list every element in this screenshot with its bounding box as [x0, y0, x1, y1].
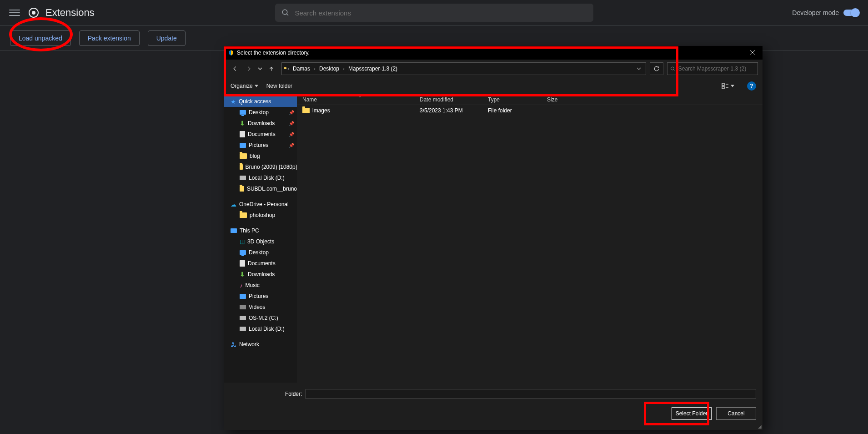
svg-rect-9 [722, 86, 724, 89]
help-button[interactable]: ? [747, 81, 756, 91]
folder-label: Folder: [285, 391, 302, 397]
view-icon [722, 83, 729, 89]
address-dropdown[interactable] [634, 66, 644, 71]
breadcrumb-segment[interactable]: Desktop [316, 63, 342, 75]
search-icon [281, 9, 290, 17]
dialog-search-input[interactable] [678, 66, 755, 72]
tree-item[interactable]: photoshop [224, 210, 297, 221]
update-button[interactable]: Update [148, 30, 186, 46]
cancel-button[interactable]: Cancel [716, 407, 756, 420]
new-folder-button[interactable]: New folder [266, 83, 292, 89]
new-folder-label: New folder [266, 83, 292, 89]
organize-label: Organize [231, 83, 253, 89]
tree-item[interactable]: OS-M.2 (C:) [224, 313, 297, 323]
chevron-down-icon [731, 84, 734, 88]
dialog-toolbar: Organize New folder ? [224, 78, 763, 94]
organize-dropdown[interactable]: Organize [231, 83, 258, 89]
column-headers: Name ⌃ Date modified Type Size [297, 94, 763, 105]
file-row[interactable]: images 3/5/2023 1:43 PM File folder [297, 105, 763, 116]
tree-item[interactable]: Documents [224, 258, 297, 269]
resize-grip-icon[interactable]: ◢ [758, 424, 762, 429]
folder-icon [302, 108, 310, 113]
svg-point-1 [32, 11, 35, 15]
breadcrumb-segment[interactable]: Mapsscraper-1.3 (2) [346, 63, 400, 75]
tree-item[interactable]: Videos [224, 302, 297, 313]
svg-point-6 [671, 67, 674, 70]
tree-item[interactable]: Documents📌 [224, 129, 297, 140]
tree-item[interactable]: Desktop [224, 247, 297, 258]
tree-item[interactable]: ◫3D Objects [224, 236, 297, 247]
search-input[interactable] [295, 9, 587, 17]
tree-item[interactable]: ⬇Downloads📌 [224, 118, 297, 129]
select-folder-button[interactable]: Select Folder [672, 407, 712, 420]
sort-asc-icon: ⌃ [358, 96, 362, 100]
svg-point-2 [282, 10, 287, 15]
tree-item[interactable]: Local Disk (D:) [224, 323, 297, 334]
close-button[interactable] [742, 46, 763, 60]
folder-input[interactable] [306, 389, 756, 399]
tree-item[interactable]: Bruno (2009) [1080p] [224, 161, 297, 172]
address-bar[interactable]: › Damas › Desktop › Mapsscraper-1.3 (2) [281, 62, 646, 75]
forward-button[interactable] [242, 62, 255, 75]
tree-item[interactable]: Pictures [224, 291, 297, 302]
tree-item[interactable]: blog [224, 151, 297, 161]
shield-icon [228, 50, 234, 56]
dialog-titlebar: Select the extension directory. [224, 46, 763, 60]
chevron-down-icon [255, 84, 258, 88]
search-extensions[interactable] [275, 4, 593, 22]
column-date[interactable]: Date modified [420, 96, 488, 103]
svg-line-3 [286, 14, 288, 15]
search-icon [670, 66, 676, 72]
svg-line-7 [673, 69, 674, 70]
breadcrumb-segment[interactable]: Damas [290, 63, 313, 75]
chevron-right-icon: › [286, 66, 290, 72]
tree-item[interactable]: Desktop📌 [224, 107, 297, 118]
dialog-footer: Folder: Select Folder Cancel ◢ [224, 384, 763, 430]
extensions-header: Extensions Developer mode [0, 0, 868, 25]
tree-item[interactable]: Local Disk (D:) [224, 172, 297, 183]
tree-item[interactable]: SUBDL.com__bruno [224, 183, 297, 194]
developer-mode-label: Developer mode [792, 9, 839, 16]
tree-item[interactable]: Pictures📌 [224, 140, 297, 151]
column-name[interactable]: Name ⌃ [297, 96, 420, 103]
menu-icon[interactable] [9, 7, 20, 18]
chevron-right-icon: › [313, 66, 316, 72]
file-dialog: Select the extension directory. › Damas … [224, 46, 763, 430]
up-button[interactable] [265, 62, 278, 75]
extensions-logo-icon [27, 6, 40, 19]
tree-network[interactable]: 🖧Network [224, 339, 297, 350]
recent-dropdown[interactable] [256, 62, 264, 75]
dialog-title: Select the extension directory. [237, 50, 310, 56]
svg-rect-8 [722, 83, 724, 86]
tree-onedrive[interactable]: ☁OneDrive - Personal [224, 199, 297, 210]
pack-extension-button[interactable]: Pack extension [79, 30, 140, 46]
back-button[interactable] [229, 62, 241, 75]
developer-mode-toggle[interactable] [843, 10, 859, 16]
tree-quick-access[interactable]: ★Quick access [224, 96, 297, 107]
column-size[interactable]: Size [547, 96, 588, 103]
load-unpacked-button[interactable]: Load unpacked [10, 30, 71, 46]
chevron-right-icon: › [342, 66, 346, 72]
dialog-navbar: › Damas › Desktop › Mapsscraper-1.3 (2) [224, 60, 763, 78]
view-options[interactable] [722, 83, 734, 89]
tree-item[interactable]: ♪Music [224, 280, 297, 291]
dialog-search[interactable] [667, 62, 758, 75]
column-type[interactable]: Type [488, 96, 547, 103]
tree-this-pc[interactable]: This PC [224, 225, 297, 236]
tree-item[interactable]: ⬇Downloads [224, 269, 297, 280]
file-pane: Name ⌃ Date modified Type Size images 3/… [297, 94, 763, 383]
page-title: Extensions [45, 7, 95, 19]
nav-tree: ★Quick accessDesktop📌⬇Downloads📌Document… [224, 94, 297, 383]
developer-mode: Developer mode [792, 9, 859, 16]
refresh-button[interactable] [650, 62, 663, 75]
